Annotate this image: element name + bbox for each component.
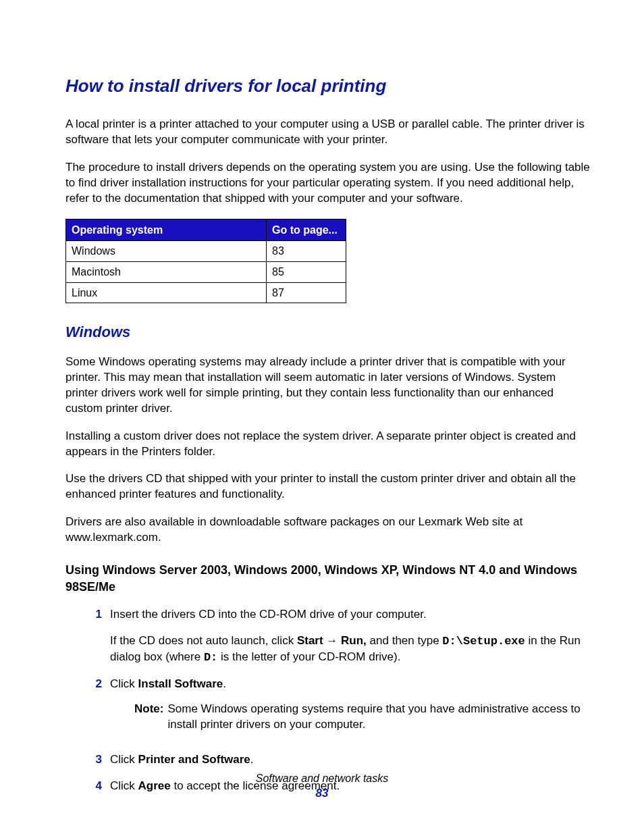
- page-title: How to install drivers for local printin…: [65, 74, 590, 98]
- note-block: Note: Some Windows operating systems req…: [134, 702, 590, 733]
- windows-paragraph: Drivers are also available in downloadab…: [65, 515, 590, 546]
- col-header-os: Operating system: [66, 219, 267, 241]
- step-number: 2: [84, 677, 110, 742]
- os-cell: Linux: [66, 282, 267, 303]
- subsection-heading: Using Windows Server 2003, Windows 2000,…: [65, 562, 590, 595]
- code-text: D:\Setup.exe: [442, 635, 525, 648]
- bold-text: Install Software: [138, 677, 223, 690]
- text: Click: [110, 753, 138, 766]
- os-cell: Macintosh: [66, 261, 267, 282]
- footer-title: Software and network tasks: [0, 771, 644, 786]
- os-cell: Windows: [66, 241, 267, 262]
- code-text: D:: [204, 651, 217, 664]
- step-number: 1: [84, 607, 110, 666]
- table-row: Windows 83: [66, 241, 346, 262]
- step-list: 1 Insert the drivers CD into the CD-ROM …: [84, 607, 590, 795]
- text: Click: [110, 677, 138, 690]
- note-text: Some Windows operating systems require t…: [167, 702, 590, 733]
- page-cell: 85: [267, 261, 346, 282]
- footer-page-number: 83: [0, 786, 644, 802]
- text: If the CD does not auto launch, click: [110, 634, 297, 647]
- intro-paragraph-1: A local printer is a printer attached to…: [65, 117, 590, 148]
- arrow-icon: →: [323, 634, 341, 647]
- bold-text: Printer and Software: [138, 753, 250, 766]
- text: .: [223, 677, 226, 690]
- step-subtext: If the CD does not auto launch, click St…: [110, 633, 590, 666]
- col-header-page: Go to page...: [267, 219, 346, 241]
- table-row: Linux 87: [66, 282, 346, 303]
- text: and then type: [367, 634, 442, 647]
- section-heading-windows: Windows: [65, 322, 590, 342]
- text: .: [250, 753, 254, 766]
- page-cell: 87: [267, 282, 346, 303]
- note-label: Note:: [134, 702, 167, 733]
- step-3: 3 Click Printer and Software.: [84, 752, 590, 768]
- intro-paragraph-2: The procedure to install drivers depends…: [65, 160, 590, 207]
- step-body: Click Printer and Software.: [110, 752, 590, 768]
- page-footer: Software and network tasks 83: [0, 771, 644, 802]
- text: is the letter of your CD-ROM drive).: [217, 650, 400, 663]
- step-text: Insert the drivers CD into the CD-ROM dr…: [110, 608, 427, 621]
- page-cell: 83: [267, 241, 346, 262]
- step-2: 2 Click Install Software. Note: Some Win…: [84, 677, 590, 742]
- step-1: 1 Insert the drivers CD into the CD-ROM …: [84, 607, 590, 666]
- table-header-row: Operating system Go to page...: [66, 219, 346, 241]
- step-body: Click Install Software. Note: Some Windo…: [110, 677, 590, 742]
- step-number: 3: [84, 752, 110, 768]
- windows-paragraph: Use the drivers CD that shipped with you…: [65, 471, 590, 502]
- table-row: Macintosh 85: [66, 261, 346, 282]
- document-page: How to install drivers for local printin…: [0, 0, 644, 834]
- windows-paragraph: Installing a custom driver does not repl…: [65, 429, 590, 460]
- bold-start: Start: [297, 634, 323, 647]
- os-table: Operating system Go to page... Windows 8…: [65, 219, 346, 303]
- bold-run: Run,: [341, 634, 367, 647]
- step-body: Insert the drivers CD into the CD-ROM dr…: [110, 607, 590, 666]
- windows-paragraph: Some Windows operating systems may alrea…: [65, 355, 590, 417]
